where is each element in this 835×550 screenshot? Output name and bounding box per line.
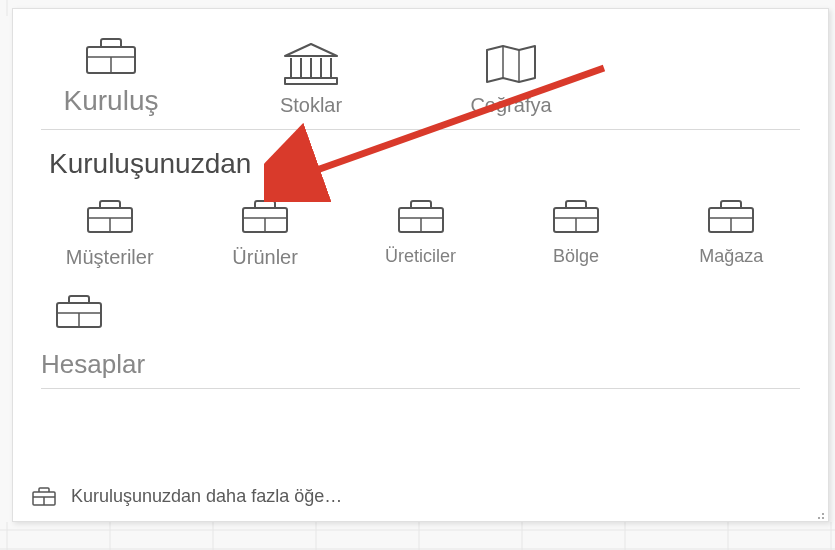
tab-geography-label: Coğrafya: [470, 94, 551, 117]
briefcase-icon: [705, 196, 757, 236]
tab-stocks[interactable]: Stoklar: [241, 42, 381, 117]
top-category-row: Kuruluş Stoklar Coğrafya: [13, 9, 828, 121]
more-from-org-link[interactable]: Kuruluşunuzdan daha fazla öğe…: [31, 485, 810, 507]
briefcase-icon: [550, 196, 602, 236]
svg-marker-15: [285, 44, 337, 56]
catalog-panel: Kuruluş Stoklar Coğrafya Kuruluşu: [12, 8, 829, 522]
item-manufacturers-label: Üreticiler: [385, 246, 456, 267]
item-store[interactable]: Mağaza: [663, 196, 800, 269]
tab-organization-label: Kuruluş: [64, 85, 159, 117]
divider-bottom: [41, 388, 800, 389]
svg-rect-21: [285, 78, 337, 84]
item-manufacturers[interactable]: Üreticiler: [352, 196, 489, 269]
briefcase-icon: [83, 33, 139, 77]
more-from-org-label: Kuruluşunuzdan daha fazla öğe…: [71, 486, 342, 507]
item-region-label: Bölge: [553, 246, 599, 267]
item-products[interactable]: Ürünler: [196, 196, 333, 269]
tab-geography[interactable]: Coğrafya: [441, 42, 581, 117]
tab-stocks-label: Stoklar: [280, 94, 342, 117]
briefcase-icon: [84, 196, 136, 236]
bank-icon: [283, 42, 339, 86]
section-from-organization-title: Kuruluşunuzdan: [13, 148, 828, 180]
briefcase-icon: [31, 485, 57, 507]
org-items-row: Müşteriler Ürünler Üreticiler: [13, 186, 828, 269]
org-items-row-2: [13, 269, 828, 331]
map-icon: [483, 42, 539, 86]
item-extra[interactable]: [53, 291, 105, 331]
briefcase-icon: [239, 196, 291, 236]
section-accounts-title: Hesaplar: [13, 349, 828, 380]
item-customers[interactable]: Müşteriler: [41, 196, 178, 269]
item-customers-label: Müşteriler: [66, 246, 154, 269]
tab-organization[interactable]: Kuruluş: [41, 33, 181, 117]
briefcase-icon: [53, 291, 105, 331]
item-region[interactable]: Bölge: [507, 196, 644, 269]
briefcase-icon: [395, 196, 447, 236]
divider-top: [41, 129, 800, 130]
item-products-label: Ürünler: [232, 246, 298, 269]
resize-grip[interactable]: [813, 508, 825, 520]
item-store-label: Mağaza: [699, 246, 763, 267]
